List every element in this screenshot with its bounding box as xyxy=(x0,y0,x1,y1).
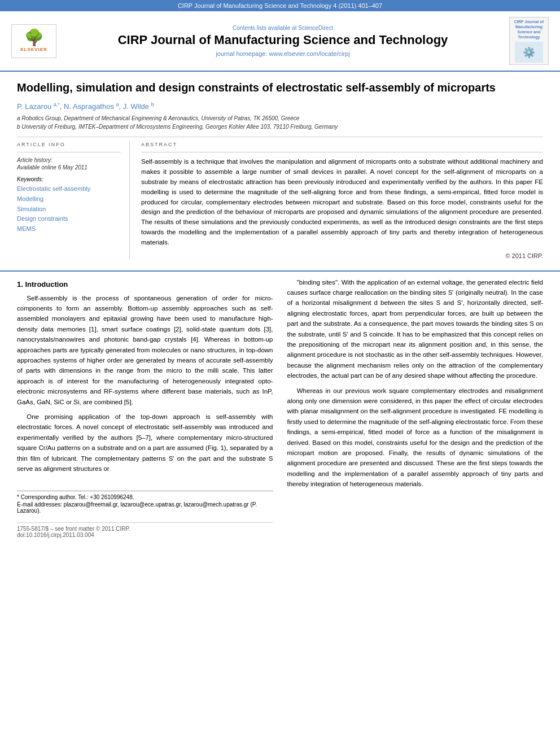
elsevier-logo: 🌳 ELSEVIER xyxy=(11,24,56,58)
keyword-1: Electrostatic self-assembly xyxy=(17,184,121,194)
keyword-3: Simulation xyxy=(17,204,121,215)
right-para1: "binding sites". With the application of… xyxy=(287,277,544,381)
journal-thumbnail: CIRP Journal of Manufacturing Science an… xyxy=(509,17,549,65)
abstract-text: Self-assembly is a technique that involv… xyxy=(141,157,543,247)
abstract-column: ABSTRACT Self-assembly is a technique th… xyxy=(141,142,543,259)
history-date: Available online 6 May 2011 xyxy=(17,164,121,171)
page: CIRP Journal of Manufacturing Science an… xyxy=(0,0,560,747)
journal-homepage[interactable]: journal homepage: www.elsevier.com/locat… xyxy=(62,50,504,57)
authors: P. Lazarou a,*, N. Aspragathos a, J. Wil… xyxy=(17,102,543,111)
divider-3 xyxy=(141,152,543,152)
journal-main-title: CIRP Journal of Manufacturing Science an… xyxy=(62,33,504,47)
corresponding-author: * Corresponding author. Tel.: +30 261099… xyxy=(17,494,273,500)
intro-heading: 1. Introduction xyxy=(17,280,273,289)
history-label: Article history: xyxy=(17,157,121,163)
keywords-label: Keywords: xyxy=(17,176,121,182)
doi-line: doi:10.1016/j.cirpj.2011.03.004 xyxy=(17,532,273,538)
intro-para2: One promising application of the top-dow… xyxy=(17,412,273,474)
article-info-abstract: ARTICLE INFO Article history: Available … xyxy=(17,142,543,259)
article-body: Modelling, simulation and design constra… xyxy=(0,72,560,268)
main-content: 1. Introduction Self-assembly is the pro… xyxy=(0,270,560,544)
divider-2 xyxy=(17,152,121,152)
intro-body-left: Self-assembly is the process of spontane… xyxy=(17,293,273,474)
copyright: © 2011 CIRP. xyxy=(141,252,543,259)
issn-line: 1755-5817/$ – see front matter © 2011 CI… xyxy=(17,526,273,532)
bottom-bar: 1755-5817/$ – see front matter © 2011 CI… xyxy=(17,522,273,538)
journal-title-block: Contents lists available at ScienceDirec… xyxy=(62,25,504,57)
sciencedirect-link[interactable]: Contents lists available at ScienceDirec… xyxy=(62,25,504,31)
article-info-column: ARTICLE INFO Article history: Available … xyxy=(17,142,130,259)
divider-1 xyxy=(17,137,543,137)
intro-para1: Self-assembly is the process of spontane… xyxy=(17,293,273,407)
left-column: 1. Introduction Self-assembly is the pro… xyxy=(17,277,273,539)
keyword-2: Modelling xyxy=(17,194,121,204)
journal-citation: CIRP Journal of Manufacturing Science an… xyxy=(178,2,382,9)
thumb-title: CIRP Journal of Manufacturing Science an… xyxy=(511,19,546,40)
two-column-content: 1. Introduction Self-assembly is the pro… xyxy=(17,277,543,539)
article-info-label: ARTICLE INFO xyxy=(17,142,121,147)
affiliation-a: a Robotics Group, Department of Mechanic… xyxy=(17,114,543,123)
affiliation-b: b University of Freiburg, IMTEK–Departme… xyxy=(17,123,543,131)
intro-body-right: "binding sites". With the application of… xyxy=(287,277,544,490)
elsevier-brand: ELSEVIER xyxy=(20,47,47,52)
thumb-image: ⚙️ xyxy=(515,42,543,63)
right-para2: Whereas in our previous work square comp… xyxy=(287,386,544,490)
affiliations: a Robotics Group, Department of Mechanic… xyxy=(17,114,543,131)
elsevier-tree-icon: 🌳 xyxy=(24,30,44,46)
keyword-5: MEMS xyxy=(17,224,121,234)
article-history: Article history: Available online 6 May … xyxy=(17,157,121,171)
author-names: P. Lazarou a,*, N. Aspragathos a, J. Wil… xyxy=(17,102,154,111)
email-footnote: E-mail addresses: plazarou@freemail.gr, … xyxy=(17,501,273,514)
journal-citation-bar: CIRP Journal of Manufacturing Science an… xyxy=(0,0,560,11)
journal-header: 🌳 ELSEVIER Contents lists available at S… xyxy=(0,11,560,72)
article-title: Modelling, simulation and design constra… xyxy=(17,80,543,95)
keyword-4: Design constraints xyxy=(17,214,121,224)
right-column: "binding sites". With the application of… xyxy=(287,277,544,539)
footnote-area: * Corresponding author. Tel.: +30 261099… xyxy=(17,491,273,514)
abstract-label: ABSTRACT xyxy=(141,142,543,147)
keywords-section: Keywords: Electrostatic self-assembly Mo… xyxy=(17,176,121,234)
